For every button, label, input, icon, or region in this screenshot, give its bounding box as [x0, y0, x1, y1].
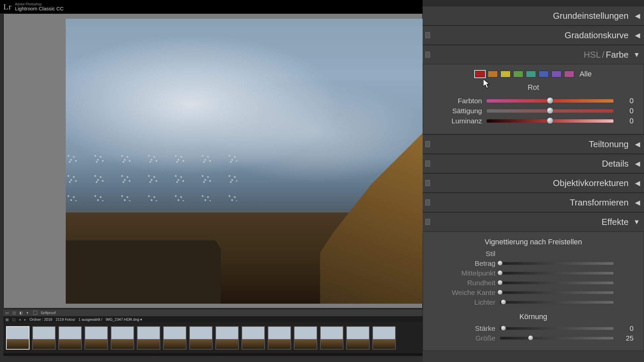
grid-icon[interactable]: ▦ — [5, 317, 9, 322]
color-swatch[interactable] — [488, 71, 498, 77]
selected-color-name: Rot — [433, 83, 634, 92]
color-swatch[interactable] — [475, 71, 485, 77]
slider-track[interactable] — [500, 301, 613, 304]
slider-knob[interactable] — [547, 117, 553, 124]
filmstrip-thumb[interactable] — [294, 326, 317, 350]
panel-splittone[interactable]: Teiltonung ◀ — [423, 134, 644, 154]
panel-effects[interactable]: Effekte ▼ — [423, 212, 644, 232]
panel-switch[interactable] — [425, 161, 430, 167]
panel-switch[interactable] — [425, 180, 430, 186]
slider-value[interactable]: 25 — [613, 334, 634, 342]
slider-knob[interactable] — [497, 280, 503, 285]
panel-switch[interactable] — [425, 32, 430, 38]
panel-basic[interactable]: Grundeinstellungen ◀ — [423, 6, 644, 25]
slider-track[interactable] — [487, 109, 613, 113]
expand-icon[interactable]: ▼ — [633, 51, 640, 59]
slider-knob[interactable] — [497, 270, 503, 276]
path-selected: 1 ausgewählt / — [78, 317, 102, 321]
panel-hsl-label-right[interactable]: Farbe — [606, 50, 629, 60]
slider-track[interactable] — [487, 99, 613, 103]
collapse-icon[interactable]: ◀ — [635, 160, 640, 168]
image-viewport[interactable] — [3, 13, 423, 308]
panel-switch[interactable] — [425, 141, 430, 147]
view-options-bar[interactable]: ▭ ◫ ◧ ▾ Softproof — [3, 309, 423, 316]
slider-value[interactable]: 0 — [613, 107, 634, 115]
panel-hsl[interactable]: HSL/Farbe ▼ — [423, 45, 644, 64]
slider-knob[interactable] — [528, 335, 533, 341]
nav-fwd-icon[interactable]: ▸ — [24, 317, 26, 322]
filmstrip-thumb[interactable] — [346, 326, 370, 350]
filmstrip-thumb[interactable] — [241, 326, 265, 350]
slider-track[interactable] — [500, 327, 613, 330]
slider-label: Luminanz — [433, 117, 487, 125]
filmstrip-info-bar[interactable]: ▦ ◫ ◂ ▸ Ordner : 2018 2119 Fotos/ 1 ausg… — [3, 316, 423, 322]
slider-value[interactable]: 0 — [613, 97, 634, 105]
panel-lens[interactable]: Objektivkorrekturen ◀ — [423, 173, 644, 193]
filmstrip-scrollbar[interactable] — [3, 353, 423, 356]
slider-value[interactable]: 0 — [613, 324, 634, 333]
path-filename[interactable]: IMG_2347-HDR.dng ▾ — [106, 317, 142, 322]
slider-knob[interactable] — [547, 107, 553, 114]
slider-track[interactable] — [500, 291, 613, 294]
view-mode-icons[interactable]: ▭ ◫ ◧ ▾ — [5, 311, 30, 315]
vignette-subheader: Vignettierung nach Freistellen — [433, 238, 634, 246]
panel-detail[interactable]: Details ◀ — [423, 154, 644, 173]
slider-knob[interactable] — [501, 299, 506, 305]
color-swatch[interactable] — [551, 71, 561, 77]
color-swatch[interactable] — [513, 71, 523, 77]
nav-back-icon[interactable]: ◂ — [19, 317, 21, 322]
collapse-icon[interactable]: ◀ — [635, 12, 640, 20]
filmstrip-thumb[interactable] — [85, 326, 108, 350]
preview-image[interactable] — [66, 19, 423, 304]
slider-track[interactable] — [500, 262, 613, 265]
slider-label: Lichter — [433, 298, 500, 306]
panel-switch[interactable] — [425, 199, 430, 205]
slider-track[interactable] — [500, 272, 613, 275]
panel-switch[interactable] — [425, 52, 430, 58]
slider-knob[interactable] — [547, 97, 553, 104]
all-colors-button[interactable]: Alle — [580, 70, 592, 78]
color-swatch[interactable] — [539, 71, 549, 77]
app-logo: Lr — [3, 2, 12, 11]
color-swatch[interactable] — [564, 71, 574, 77]
panel-switch[interactable] — [425, 219, 430, 225]
filmstrip-thumb[interactable] — [320, 326, 343, 350]
filmstrip-thumb[interactable] — [163, 326, 186, 350]
panel-tonecurve[interactable]: Gradationskurve ◀ — [423, 25, 644, 45]
panel-splittone-label: Teiltonung — [589, 139, 629, 149]
panel-transform[interactable]: Transformieren ◀ — [423, 193, 644, 212]
effects-panel-body: Vignettierung nach Freistellen StilBetra… — [423, 232, 644, 351]
panel-hsl-label-left[interactable]: HSL — [584, 50, 601, 60]
local-tools-strip[interactable] — [423, 0, 644, 6]
slider-track[interactable] — [487, 119, 613, 123]
slider-label: Sättigung — [433, 107, 487, 115]
color-swatch-row: Alle — [433, 70, 634, 78]
filmstrip[interactable] — [3, 322, 423, 353]
expand-icon[interactable]: ▼ — [633, 218, 640, 226]
app-brand-big: Lightroom Classic CC — [15, 6, 64, 11]
slider-value[interactable]: 0 — [613, 117, 634, 125]
collapse-icon[interactable]: ◀ — [635, 140, 640, 148]
filmstrip-thumb[interactable] — [58, 326, 82, 350]
filmstrip-thumb[interactable] — [111, 326, 134, 350]
color-swatch[interactable] — [500, 71, 511, 77]
filmstrip-thumb[interactable] — [137, 326, 160, 350]
filmstrip-thumb[interactable] — [189, 326, 213, 350]
filmstrip-thumb[interactable] — [215, 326, 239, 350]
filmstrip-thumb[interactable] — [268, 326, 291, 350]
filmstrip-thumb[interactable] — [32, 326, 56, 350]
softproof-checkbox[interactable] — [33, 311, 37, 315]
panel-effects-label: Effekte — [602, 217, 629, 227]
second-window-icon[interactable]: ◫ — [12, 317, 15, 322]
filmstrip-thumb[interactable] — [6, 326, 30, 350]
collapse-icon[interactable]: ◀ — [635, 31, 640, 39]
slider-track[interactable] — [500, 282, 613, 284]
slider-knob[interactable] — [497, 260, 503, 266]
slider-track[interactable] — [500, 337, 613, 340]
filmstrip-thumb[interactable] — [372, 326, 396, 350]
color-swatch[interactable] — [526, 71, 536, 77]
slider-knob[interactable] — [501, 325, 506, 331]
collapse-icon[interactable]: ◀ — [635, 198, 640, 206]
slider-knob[interactable] — [497, 290, 503, 295]
collapse-icon[interactable]: ◀ — [635, 179, 640, 187]
